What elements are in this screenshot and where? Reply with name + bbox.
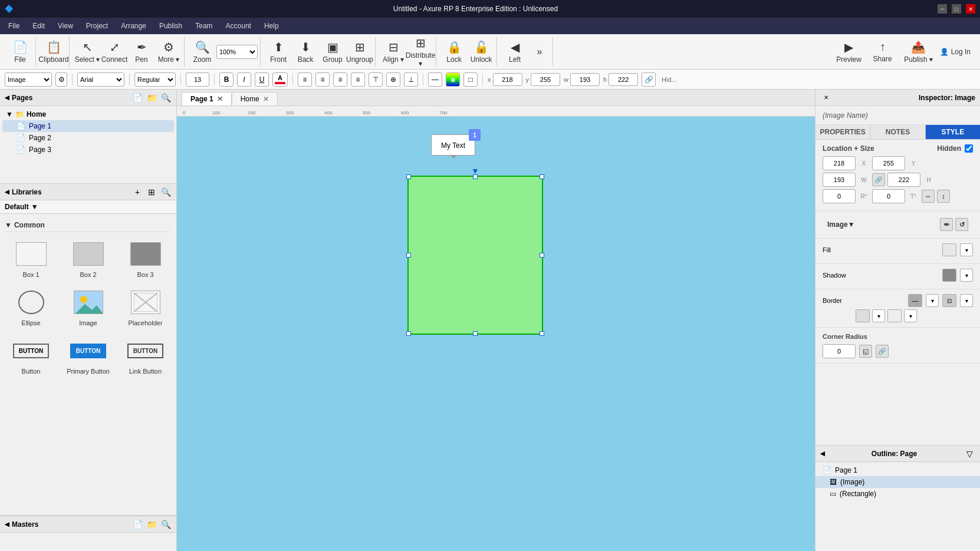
align-bottom-button[interactable]: ⊥ [404,72,418,87]
line-style-button[interactable]: — [428,72,442,87]
collapse-lib-icon[interactable]: ◀ [5,189,9,195]
style-manage-button[interactable]: ⚙ [55,72,67,87]
handle-mid-right[interactable] [540,253,544,258]
image-action2[interactable]: ↺ [955,218,968,231]
page3-item[interactable]: 📄 Page 3 [2,144,174,156]
lib-search-button[interactable]: 🔍 [160,186,172,198]
y-input[interactable] [531,73,560,86]
minimize-button[interactable]: ─ [938,4,947,14]
fill-color-swatch[interactable] [942,243,956,256]
connect-button[interactable]: ⤢ Connect [101,37,127,67]
align-right-button[interactable]: ≡ [333,72,347,87]
menu-account[interactable]: Account [220,19,257,32]
w-input[interactable] [570,73,600,86]
inspector-collapse-button[interactable]: ✕ [820,92,832,104]
unlock-button[interactable]: 🔓 Unlock [468,37,494,67]
image-section-header[interactable]: Image ▼ ✏ ↺ [823,216,973,233]
canvas-wrap[interactable]: 1 My Text ▼ [177,117,815,551]
menu-team[interactable]: Team [189,19,218,32]
tab-home-close[interactable]: ✕ [263,95,269,103]
font-color-button[interactable]: A [272,72,288,87]
pages-folder-button[interactable]: 📁 [146,92,157,104]
height-input[interactable] [887,173,920,187]
handle-top-right[interactable] [540,174,544,179]
masters-search-button[interactable]: 🔍 [160,519,172,530]
login-button[interactable]: 👤 Log In [940,48,971,56]
common-section-title[interactable]: ▼ Common [5,219,172,232]
widget-image[interactable]: Image [62,285,114,329]
zoom-button[interactable]: 🔍 Zoom [189,37,215,67]
flip-v-icon[interactable]: ↕ [937,190,950,203]
canvas-image-rect[interactable]: ▼ [407,176,543,335]
handle-mid-left[interactable] [406,253,411,258]
border-color-dropdown[interactable]: ▾ [872,309,885,322]
bold-button[interactable]: B [219,72,234,87]
border-color-button[interactable]: □ [463,72,478,87]
group-button[interactable]: ▣ Group [320,37,346,67]
widget-primary-button[interactable]: BUTTON Primary Button [62,334,114,377]
menu-arrange[interactable]: Arrange [115,19,152,32]
x-position-input[interactable] [823,156,856,170]
corner-link-icon[interactable]: 🔗 [876,345,889,358]
menu-file[interactable]: File [2,19,25,32]
outline-filter-button[interactable]: ▽ [963,448,975,460]
maximize-button[interactable]: □ [952,4,961,14]
widget-box1[interactable]: Box 1 [5,237,57,281]
canvas-tooltip-box[interactable]: 1 My Text [431,134,475,156]
handle-bot-right[interactable] [540,331,544,336]
share-button[interactable]: ↑ Share [868,37,897,67]
border-extra-swatch[interactable] [887,309,902,322]
border-type-swatch[interactable]: ⊡ [942,294,956,307]
preview-button[interactable]: ▶ Preview [834,37,864,67]
align-left-button[interactable]: ≡ [298,72,312,87]
tab-home[interactable]: Home ✕ [232,92,278,105]
italic-button[interactable]: I [237,72,251,87]
home-folder[interactable]: ▼ 📁 Home [2,108,174,120]
underline-button[interactable]: U [255,72,269,87]
lib-add-button[interactable]: + [131,186,143,198]
page2-item[interactable]: 📄 Page 2 [2,132,174,144]
masters-folder-button[interactable]: 📁 [146,519,157,530]
font-select[interactable]: Arial [77,72,124,87]
new-button[interactable]: 📄 File [7,37,33,67]
lib-dropdown[interactable]: Default ▼ [0,200,176,214]
back-button[interactable]: ⬇ Back [292,37,318,67]
align-justify-button[interactable]: ≡ [351,72,365,87]
widget-placeholder[interactable]: Placeholder [119,285,172,329]
shadow-dropdown-btn[interactable]: ▾ [960,269,973,282]
tab-notes[interactable]: NOTES [870,125,925,139]
tab-page1[interactable]: Page 1 ✕ [182,92,232,105]
more-toolbar-button[interactable]: » [529,37,550,67]
pen-button[interactable]: ✒ Pen [129,37,154,67]
lock-button[interactable]: 🔒 Lock [441,37,467,67]
hidden-checkbox[interactable] [965,144,973,153]
lib-grid-button[interactable]: ⊞ [146,186,157,198]
lock-ratio-icon[interactable]: 🔗 [872,173,885,186]
tab-style[interactable]: STYLE [926,125,980,139]
collapse-masters-icon[interactable]: ◀ [5,521,9,527]
menu-help[interactable]: Help [258,19,285,32]
image-action1[interactable]: ✏ [940,218,953,231]
outline-rect-item[interactable]: ▭ (Rectangle) [815,488,980,500]
menu-publish[interactable]: Publish [153,19,188,32]
tab-properties[interactable]: PROPERTIES [815,125,870,139]
clipboard-button[interactable]: 📋 Clipboard [41,37,67,67]
shadow-color-swatch[interactable] [942,269,956,282]
masters-add-button[interactable]: 📄 [131,519,143,530]
menu-view[interactable]: View [52,19,79,32]
outline-page1[interactable]: 📄 Page 1 [815,464,980,476]
menu-edit[interactable]: Edit [27,19,51,32]
widget-link-button[interactable]: BUTTON Link Button [119,334,172,377]
border-type-dropdown[interactable]: ▾ [960,294,973,307]
handle-top-center[interactable] [473,174,478,179]
front-button[interactable]: ⬆ Front [265,37,291,67]
fill-color-button[interactable]: ▣ [446,72,460,87]
widget-box2[interactable]: Box 2 [62,237,114,281]
menu-project[interactable]: Project [80,19,114,32]
pages-search-button[interactable]: 🔍 [160,92,172,104]
left-button[interactable]: ◀ Left [502,37,528,67]
page1-item[interactable]: 📄 Page 1 [2,120,174,132]
t-input[interactable] [872,189,905,203]
corner-individual-icon[interactable]: ◱ [859,345,872,358]
tab-page1-close[interactable]: ✕ [217,95,223,103]
